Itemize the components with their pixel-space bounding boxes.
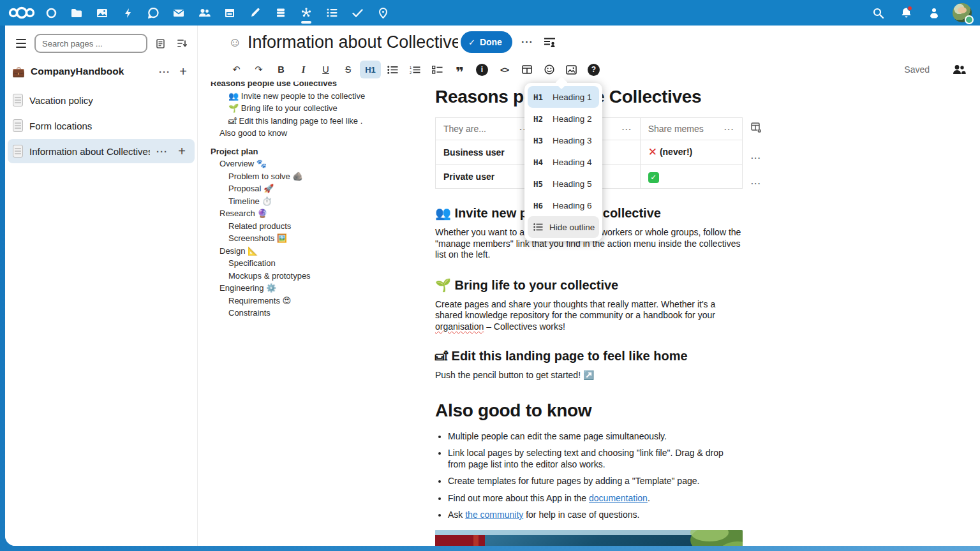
spellcheck-word: organisation (435, 321, 484, 332)
maps-icon[interactable] (370, 0, 396, 26)
menu-item-heading-4[interactable]: H4 Heading 4 (528, 151, 599, 173)
page-item[interactable]: Form locations (8, 114, 195, 138)
column-menu-icon[interactable]: ··· (622, 124, 632, 134)
content-h2[interactable]: 🛋 Edit this landing page to feel like ho… (435, 349, 743, 364)
top-bar (0, 0, 980, 26)
search-icon[interactable] (865, 0, 891, 26)
menu-item-heading-2[interactable]: H2 Heading 2 (528, 108, 599, 129)
save-status: Saved (904, 64, 930, 75)
page-item[interactable]: Vacation policy (8, 88, 195, 112)
page-actions-menu-icon[interactable]: ··· (521, 36, 533, 48)
files-icon[interactable] (64, 0, 89, 26)
red-car-image[interactable] (435, 530, 743, 547)
notification-badge (907, 6, 912, 11)
list-item[interactable]: Create templates for future pages by add… (448, 476, 743, 487)
add-page-button[interactable]: + (175, 64, 191, 79)
collective-actions-icon[interactable]: ··· (159, 66, 170, 77)
content-h1[interactable]: Also good to know (435, 400, 743, 421)
pages-sidebar: 💼 CompanyHandbook ··· + Vacation policy … (5, 26, 198, 546)
table-icon[interactable] (516, 61, 537, 78)
sort-order-icon[interactable] (173, 34, 191, 52)
page-icon (13, 145, 23, 158)
help-icon[interactable]: ? (583, 61, 604, 78)
templates-icon[interactable] (151, 34, 169, 52)
column-menu-icon[interactable]: ··· (724, 124, 734, 134)
outline-list-icon (533, 223, 543, 231)
app-content: 💼 CompanyHandbook ··· + Vacation policy … (5, 26, 980, 546)
table-header-cell[interactable]: They are...··· (436, 118, 538, 140)
tasks-icon[interactable] (345, 0, 370, 26)
heading-menu-button[interactable]: H1 (360, 61, 381, 78)
emoji-picker-icon[interactable] (538, 61, 560, 78)
table-header-cell[interactable]: Share memes··· (640, 118, 742, 140)
page-item-selected[interactable]: Information about Collectives ··· + (8, 139, 195, 163)
content-paragraph[interactable]: Create pages and share your thoughts tha… (435, 299, 743, 333)
outline-toggle-icon[interactable] (544, 37, 556, 47)
list-item[interactable]: Find out more about this App in the docu… (448, 493, 743, 504)
collectives-icon[interactable] (293, 0, 319, 26)
menu-item-heading-1[interactable]: H1 Heading 1 (528, 86, 599, 108)
collective-emoji: 💼 (11, 66, 26, 78)
nav-toggle-icon[interactable] (11, 34, 31, 53)
editor-header: ☺ Information about Collectives ✓ Done ·… (198, 26, 980, 82)
lists-icon[interactable] (319, 0, 345, 26)
check-icon: ✓ (468, 38, 475, 47)
contacts-icon[interactable] (191, 0, 217, 26)
table-settings-icon[interactable] (746, 122, 766, 133)
notes-icon[interactable] (242, 0, 268, 26)
bullet-list: Multiple people can edit the same page s… (439, 431, 743, 521)
page-actions-icon[interactable]: ··· (156, 146, 168, 157)
insert-image-icon[interactable] (561, 61, 582, 78)
collaborators-icon[interactable] (953, 64, 966, 75)
content-h2[interactable]: 🌱 Bring life to your collective (435, 277, 743, 293)
notifications-icon[interactable] (893, 0, 919, 26)
row-menu-icon[interactable]: ··· (746, 179, 766, 188)
content-paragraph[interactable]: Push the pencil button to get started! ↗… (435, 370, 743, 381)
page-icon (13, 119, 23, 132)
page-title[interactable]: Information about Collectives (248, 33, 458, 52)
svg-text:1: 1 (410, 66, 412, 70)
add-subpage-button[interactable]: + (174, 144, 189, 159)
photos-icon[interactable] (89, 0, 115, 26)
list-item[interactable]: Ask the community for help in case of qu… (448, 510, 743, 521)
nextcloud-logo-icon[interactable] (5, 0, 38, 26)
undo-icon[interactable]: ↶ (226, 61, 247, 78)
blockquote-icon[interactable]: ❞ (449, 61, 470, 78)
list-item[interactable]: Link local pages by selecting text and c… (448, 448, 743, 470)
deck-icon[interactable] (268, 0, 293, 26)
bullet-list-icon[interactable] (382, 61, 403, 78)
menu-item-heading-3[interactable]: H3 Heading 3 (528, 129, 599, 151)
inline-link[interactable]: documentation (589, 493, 648, 503)
italic-icon[interactable]: I (293, 61, 314, 78)
table-cell[interactable]: ✓ (640, 165, 742, 189)
done-button[interactable]: ✓ Done (461, 31, 512, 53)
menu-item-heading-6[interactable]: H6 Heading 6 (528, 195, 599, 216)
redo-icon[interactable]: ↷ (248, 61, 269, 78)
page-icon (13, 94, 23, 107)
list-item[interactable]: Multiple people can edit the same page s… (448, 431, 743, 443)
avatar[interactable] (949, 0, 975, 26)
collective-header[interactable]: 💼 CompanyHandbook ··· + (5, 59, 197, 84)
table-cell[interactable]: Business user (436, 140, 538, 165)
dashboard-icon[interactable] (38, 0, 64, 26)
calendar-icon[interactable] (217, 0, 242, 26)
bold-icon[interactable]: B (271, 61, 292, 78)
underline-icon[interactable]: U (315, 61, 336, 78)
row-menu-icon[interactable]: ··· (746, 153, 766, 163)
talk-icon[interactable] (140, 0, 166, 26)
callout-icon[interactable]: i (471, 61, 493, 78)
strikethrough-icon[interactable]: S (338, 61, 359, 78)
inline-link[interactable]: the community (465, 510, 523, 520)
code-block-icon[interactable]: <> (494, 61, 515, 78)
table-cell[interactable]: Private user (436, 165, 538, 189)
menu-item-hide-outline[interactable]: Hide outline (528, 216, 599, 238)
page-emoji-picker-icon[interactable]: ☺ (228, 35, 248, 50)
search-pages-input[interactable] (34, 34, 147, 53)
task-list-icon[interactable] (427, 61, 448, 78)
table-cell[interactable]: ✕(never!) (640, 140, 742, 165)
contacts-menu-icon[interactable] (921, 0, 947, 26)
ordered-list-icon[interactable]: 12 (405, 61, 426, 78)
mail-icon[interactable] (166, 0, 191, 26)
menu-item-heading-5[interactable]: H5 Heading 5 (528, 173, 599, 195)
activity-icon[interactable] (115, 0, 140, 26)
